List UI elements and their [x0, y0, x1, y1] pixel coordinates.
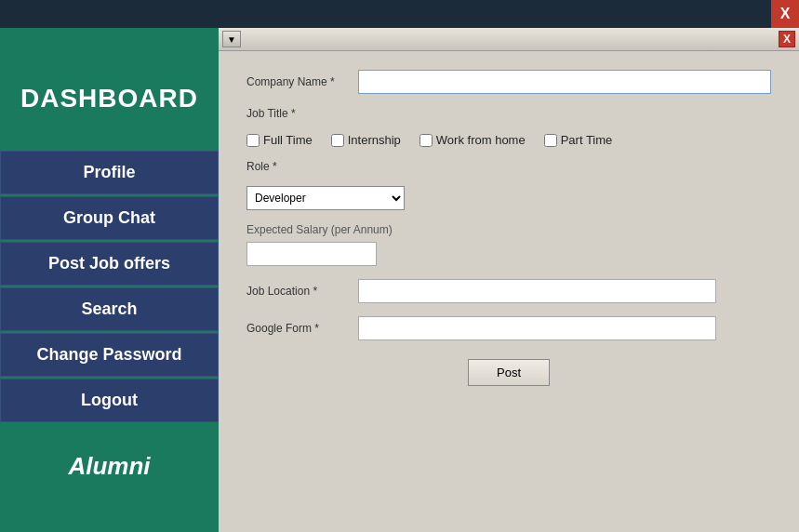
role-label: Role * [246, 160, 277, 173]
salary-input[interactable] [246, 242, 377, 266]
checkbox-work-from-home[interactable]: Work from home [419, 133, 526, 147]
sidebar-item-group-chat[interactable]: Group Chat [0, 196, 219, 240]
checkbox-part-time-label: Part Time [561, 133, 613, 147]
checkboxes-row: Full Time Internship Work from home Part… [246, 133, 771, 147]
window-close-button[interactable]: X [779, 31, 795, 47]
company-name-label: Company Name * [246, 75, 358, 88]
checkbox-internship-label: Internship [348, 133, 401, 147]
checkbox-work-from-home-input[interactable] [419, 134, 433, 147]
salary-section: Expected Salary (per Annum) [246, 223, 771, 266]
post-btn-row: Post [246, 359, 771, 386]
window-titlebar: ▼ X [219, 28, 799, 51]
location-label: Job Location * [246, 285, 358, 298]
sidebar-item-logout[interactable]: Logout [0, 379, 219, 422]
company-name-row: Company Name * [246, 70, 771, 94]
sidebar-title: DASHBOARD [20, 84, 198, 113]
google-form-label: Google Form * [246, 322, 358, 335]
window-dropdown-button[interactable]: ▼ [222, 31, 241, 47]
sidebar-item-post-job-offers[interactable]: Post Job offers [0, 242, 219, 286]
google-form-input[interactable] [358, 316, 716, 340]
checkbox-full-time[interactable]: Full Time [246, 133, 313, 147]
role-row: Role * [246, 160, 771, 173]
company-name-input[interactable] [358, 70, 771, 94]
role-select-row: Developer Designer Manager [246, 186, 771, 210]
post-button[interactable]: Post [468, 359, 550, 386]
sidebar-nav: Profile Group Chat Post Job offers Searc… [0, 151, 219, 424]
location-input[interactable] [358, 279, 716, 303]
checkbox-full-time-label: Full Time [263, 133, 313, 147]
top-bar: X [0, 0, 799, 28]
sidebar-item-search[interactable]: Search [0, 287, 219, 331]
checkbox-part-time[interactable]: Part Time [544, 133, 613, 147]
checkbox-internship-input[interactable] [331, 134, 344, 147]
sidebar-footer-label: Alumni [68, 452, 150, 481]
checkbox-full-time-input[interactable] [246, 134, 260, 147]
sidebar-item-change-password[interactable]: Change Password [0, 333, 219, 377]
salary-label: Expected Salary (per Annum) [246, 223, 771, 236]
sidebar-item-profile[interactable]: Profile [0, 151, 219, 194]
form-area: Company Name * Job Title * Full Time Int… [219, 51, 799, 405]
role-select[interactable]: Developer Designer Manager [246, 186, 405, 210]
top-bar-close-button[interactable]: X [771, 0, 799, 28]
job-title-label: Job Title * [246, 107, 358, 120]
sidebar: DASHBOARD Profile Group Chat Post Job of… [0, 28, 219, 532]
checkbox-work-from-home-label: Work from home [436, 133, 526, 147]
checkbox-internship[interactable]: Internship [331, 133, 401, 147]
google-form-row: Google Form * [246, 316, 771, 340]
job-title-row: Job Title * [246, 107, 771, 120]
location-row: Job Location * [246, 279, 771, 303]
checkbox-part-time-input[interactable] [544, 134, 557, 147]
main-content: ▼ X Company Name * Job Title * Full Time… [219, 28, 799, 532]
